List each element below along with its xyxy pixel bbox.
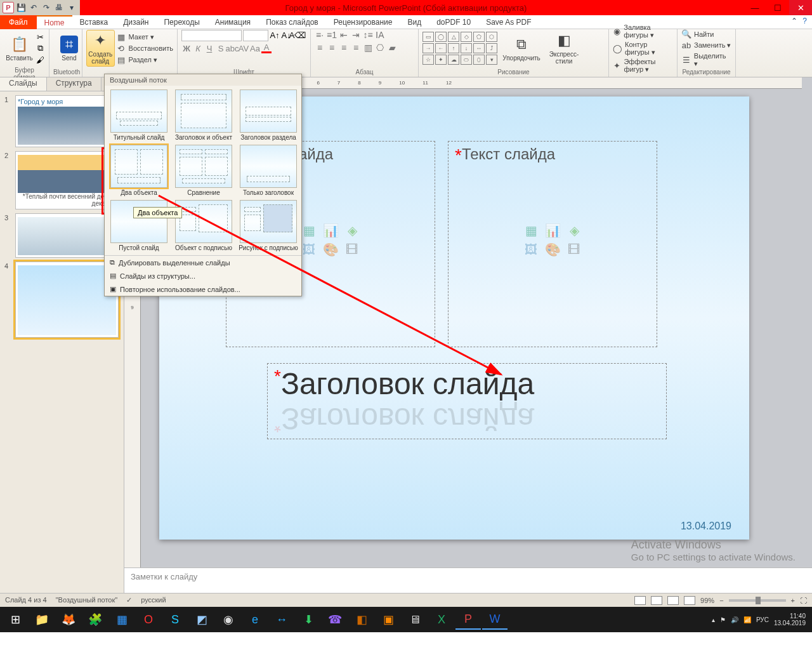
app-icon-2[interactable]: ▦	[109, 609, 134, 630]
teamviewer-icon[interactable]: ↔	[269, 609, 294, 630]
close-button[interactable]: ✕	[789, 0, 812, 15]
reset-button[interactable]: Восстановить	[129, 44, 173, 52]
language-indicator[interactable]: русский	[141, 596, 166, 604]
zoom-in-icon[interactable]: +	[791, 597, 795, 604]
fit-icon[interactable]: ⛶	[800, 597, 807, 604]
text-direction-icon[interactable]: ⅠA	[375, 30, 385, 40]
undo-icon[interactable]: ↶	[28, 2, 39, 13]
find-button[interactable]: Найти	[694, 30, 714, 38]
smartart-icon[interactable]: ◈	[344, 223, 360, 238]
savepdf-tab[interactable]: Save As PDF	[478, 15, 539, 29]
layout-content-caption[interactable]: Объект с подписью	[173, 200, 234, 251]
numbering-icon[interactable]: ≡1	[327, 30, 337, 40]
app-icon-3[interactable]: ◧	[349, 609, 374, 630]
underline-icon[interactable]: Ч	[204, 43, 214, 53]
edge-icon[interactable]: e	[242, 609, 268, 630]
italic-icon[interactable]: К	[193, 43, 203, 53]
redo-icon[interactable]: ↷	[41, 2, 52, 13]
minimize-ribbon-icon[interactable]: ⌃	[791, 17, 797, 25]
network-icon[interactable]: 📶	[743, 616, 751, 623]
section-button[interactable]: Раздел ▾	[129, 56, 157, 64]
layout-picture-caption[interactable]: Рисунок с подписью	[238, 200, 299, 251]
dopdf-tab[interactable]: doPDF 10	[429, 15, 478, 29]
media-icon[interactable]: 🎞	[566, 242, 582, 257]
tray-up-icon[interactable]: ▴	[712, 616, 715, 623]
arrange-button[interactable]: ⧉ Упорядочить	[502, 30, 540, 67]
vbox-icon[interactable]: ◩	[189, 609, 214, 630]
new-slide-button[interactable]: ✦ Создать слайд	[86, 30, 115, 67]
font-size-combo[interactable]	[243, 30, 268, 41]
replace-button[interactable]: Заменить ▾	[694, 41, 731, 50]
spacing-icon[interactable]: AV	[239, 43, 249, 53]
firefox-icon[interactable]: 🦊	[56, 609, 81, 630]
animation-tab[interactable]: Анимация	[207, 15, 258, 29]
shape-outline-button[interactable]: Контур фигуры ▾	[625, 41, 673, 56]
picture-icon[interactable]: 🖼	[301, 242, 317, 257]
layout-title-content[interactable]: Заголовок и объект	[173, 90, 234, 141]
clock[interactable]: 11:40 13.04.2019	[774, 613, 806, 627]
align-text-icon[interactable]: ⎔	[375, 43, 385, 53]
slideshow-tab[interactable]: Показ слайдов	[258, 15, 326, 29]
line-spacing-icon[interactable]: ↕≡	[363, 30, 373, 40]
table-icon[interactable]: ▦	[523, 223, 539, 238]
columns-icon[interactable]: ▥	[363, 43, 373, 53]
clear-format-icon[interactable]: A⌫	[292, 30, 303, 40]
layout-comparison[interactable]: Сравнение	[173, 145, 234, 196]
minimize-button[interactable]: —	[743, 0, 766, 15]
layout-section-header[interactable]: Заголовок раздела	[238, 90, 299, 141]
app-icon[interactable]: P	[3, 2, 14, 13]
format-painter-icon[interactable]: 🖌	[35, 55, 45, 65]
indent-inc-icon[interactable]: ⇥	[351, 30, 361, 40]
title-placeholder[interactable]: *Заголовок слайда *Заголовок слайда	[267, 363, 667, 439]
clipart-icon[interactable]: 🎨	[545, 242, 560, 257]
excel-icon[interactable]: X	[429, 609, 454, 630]
copy-icon[interactable]: ⧉	[35, 43, 45, 53]
slides-subtab[interactable]: Слайды	[0, 77, 47, 91]
indent-dec-icon[interactable]: ⇤	[339, 30, 349, 40]
reuse-slides[interactable]: ▣Повторное использование слайдов...	[105, 282, 301, 296]
design-tab[interactable]: Дизайн	[115, 15, 156, 29]
chart-icon[interactable]: 📊	[545, 223, 560, 238]
thumbnail-3[interactable]: 3	[15, 213, 119, 258]
layout-button[interactable]: Макет ▾	[129, 33, 154, 41]
slides-from-outline[interactable]: ▤Слайды из структуры...	[105, 269, 301, 282]
strike-icon[interactable]: abc	[227, 43, 237, 53]
spellcheck-icon[interactable]: ✓	[126, 596, 132, 604]
repeat-icon[interactable]: 🖶	[53, 2, 65, 13]
paste-button[interactable]: 📋 Вставить	[4, 30, 35, 67]
sorter-view-icon[interactable]	[651, 596, 662, 605]
opera-icon[interactable]: O	[136, 609, 161, 630]
help-icon[interactable]: ?	[802, 17, 807, 25]
thumbnail-2[interactable]: 2 *Теплый почти весенний день в декабре	[15, 151, 119, 209]
clipart-icon[interactable]: 🎨	[323, 242, 338, 257]
thumbnail-4[interactable]: 4	[15, 262, 119, 338]
insert-tab[interactable]: Вставка	[72, 15, 116, 29]
chart-icon[interactable]: 📊	[323, 223, 338, 238]
send-button[interactable]: ⌗ Send	[53, 30, 85, 67]
transitions-tab[interactable]: Переходы	[156, 15, 207, 29]
word-icon[interactable]: W	[482, 609, 508, 630]
shape-fill-button[interactable]: Заливка фигуры ▾	[624, 23, 673, 39]
store-icon[interactable]: ⬇	[296, 609, 321, 630]
quick-styles-button[interactable]: ◧ Экспресс-стили	[544, 30, 584, 67]
smartart-icon[interactable]: ▰	[387, 43, 397, 53]
start-button[interactable]: ⊞	[3, 609, 28, 630]
outline-subtab[interactable]: Структура	[47, 77, 102, 91]
select-button[interactable]: Выделить ▾	[694, 52, 731, 68]
app-icon-5[interactable]: 🖥	[402, 609, 428, 630]
zoom-out-icon[interactable]: −	[719, 597, 723, 604]
content-placeholder-right[interactable]: *Текст слайда ▦ 📊 ◈ 🖼 🎨 🎞	[448, 141, 657, 347]
layout-title-slide[interactable]: Титульный слайд	[108, 90, 169, 141]
case-icon[interactable]: Aa	[250, 43, 260, 53]
reading-view-icon[interactable]	[667, 596, 679, 605]
align-left-icon[interactable]: ≡	[315, 43, 325, 53]
slideshow-view-icon[interactable]	[684, 596, 695, 605]
app-icon-4[interactable]: ▣	[376, 609, 401, 630]
maximize-button[interactable]: ☐	[766, 0, 789, 15]
justify-icon[interactable]: ≡	[351, 43, 361, 53]
viber-icon[interactable]: ☎	[322, 609, 348, 630]
shadow-icon[interactable]: S	[216, 43, 226, 53]
chrome-icon[interactable]: ◉	[216, 609, 241, 630]
bold-icon[interactable]: Ж	[181, 43, 192, 53]
align-center-icon[interactable]: ≡	[327, 43, 337, 53]
